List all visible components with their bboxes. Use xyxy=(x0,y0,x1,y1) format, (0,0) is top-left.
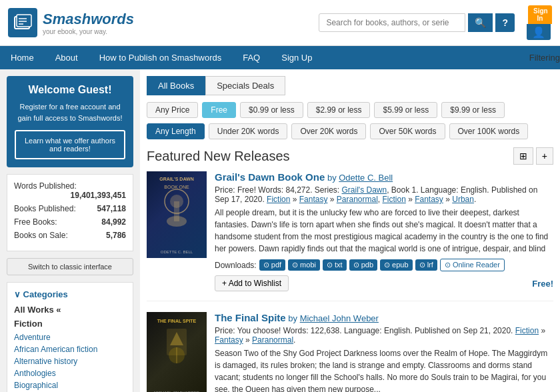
featured-title: Featured New Releases xyxy=(147,149,513,164)
all-works[interactable]: All Works « xyxy=(14,305,126,315)
filter-over-50k[interactable]: Over 50K words xyxy=(370,123,445,139)
free-value: 84,992 xyxy=(101,217,126,227)
categories-title[interactable]: ∨ Categories xyxy=(14,289,126,299)
cover1-series: GRAIL'S DAWN xyxy=(147,175,207,183)
book2-author: by Michael John Weber xyxy=(288,313,379,323)
signin-button[interactable]: Sign In xyxy=(528,5,552,24)
search-button[interactable]: 🔍 xyxy=(468,13,493,32)
book-entry: GRAIL'S DAWN BOOK ONE ODETTE C. BELL Gra… xyxy=(147,171,553,301)
filter-under-20k[interactable]: Under 20K words xyxy=(209,123,288,139)
books-label: Books Published: xyxy=(14,204,76,213)
filter-free[interactable]: Free xyxy=(202,102,236,118)
stats-box: Words Published: 19,401,393,451 Books Pu… xyxy=(7,174,133,251)
user-icon-button[interactable]: 👤 xyxy=(527,24,551,40)
add-to-wishlist-button-1[interactable]: + Add to Wishlist xyxy=(215,275,289,291)
download-row-1: Downloads: ⊙ pdf ⊙ mobi ⊙ txt ⊙ pdb ⊙ ep… xyxy=(215,259,553,271)
dl-online-reader[interactable]: ⊙ Online Reader xyxy=(440,259,505,271)
cover1-art xyxy=(157,185,197,231)
list-item[interactable]: Anthologies xyxy=(14,367,126,379)
dl-mobi[interactable]: ⊙ mobi xyxy=(288,259,320,271)
nav: Home About How to Publish on Smashwords … xyxy=(0,46,560,69)
words-label: Words Published: xyxy=(14,181,77,191)
sale-label: Books on Sale: xyxy=(14,231,68,240)
book2-info: The Final Spite by Michael John Weber Pr… xyxy=(215,312,553,392)
filtering-label[interactable]: Filtering xyxy=(529,53,560,63)
sidebar: Welcome Guest! Register for a free accou… xyxy=(0,69,140,392)
add-view-button[interactable]: + xyxy=(536,147,553,165)
svg-rect-1 xyxy=(17,15,31,27)
search-area: 🔍 ? Sign In 👤 xyxy=(319,5,552,40)
book-cover-1: GRAIL'S DAWN BOOK ONE ODETTE C. BELL xyxy=(147,171,207,258)
help-button[interactable]: ? xyxy=(495,13,515,32)
logo-subtitle: your ebook, your way. xyxy=(43,28,134,35)
fiction-title: Fiction xyxy=(14,319,126,329)
stat-books: Books Published: 547,118 xyxy=(14,204,126,215)
book2-meta: Price: You choose! Words: 122,638. Langu… xyxy=(215,326,553,345)
dl-epub[interactable]: ⊙ epub xyxy=(380,259,413,271)
tab-specials-deals[interactable]: Specials Deals xyxy=(205,76,285,95)
book2-title-link[interactable]: The Final Spite xyxy=(215,312,286,323)
welcome-text: Register for a free account and gain ful… xyxy=(15,101,125,123)
grid-view-button[interactable]: ⊞ xyxy=(513,147,533,165)
price-filter: Any Price Free $0.99 or less $2.99 or le… xyxy=(147,102,553,118)
dl-pdf[interactable]: ⊙ pdf xyxy=(259,259,285,271)
search-input[interactable] xyxy=(319,13,465,32)
filter-299[interactable]: $2.99 or less xyxy=(307,102,371,118)
free-label: Free Books: xyxy=(14,217,57,227)
user-icon: 👤 xyxy=(532,26,545,39)
learn-button[interactable]: Learn what we offer authors and readers! xyxy=(15,130,125,159)
logo-title: Smashwords xyxy=(43,11,134,28)
filter-over-20k[interactable]: Over 20K words xyxy=(291,123,366,139)
tab-all-books[interactable]: All Books xyxy=(147,76,205,95)
book1-price: Free! xyxy=(532,279,553,289)
book1-info: Grail's Dawn Book One by Odette C. Bell … xyxy=(215,171,553,291)
dl-lrf[interactable]: ⊙ lrf xyxy=(415,259,437,271)
nav-publish[interactable]: How to Publish on Smashwords xyxy=(89,46,233,69)
welcome-box: Welcome Guest! Register for a free accou… xyxy=(7,76,133,167)
list-item[interactable]: African American fiction xyxy=(14,343,126,355)
filter-over-100k[interactable]: Over 100K words xyxy=(449,123,529,139)
nav-home[interactable]: Home xyxy=(0,46,45,69)
switch-interface-button[interactable]: Switch to classic interface xyxy=(7,258,133,275)
dl-pdb[interactable]: ⊙ pdb xyxy=(349,259,377,271)
filter-any-length[interactable]: Any Length xyxy=(147,123,205,139)
categories-list: Adventure African American fiction Alter… xyxy=(14,331,126,392)
stat-words: Words Published: 19,401,393,451 xyxy=(14,181,126,202)
main-layout: Welcome Guest! Register for a free accou… xyxy=(0,69,560,392)
nav-signup[interactable]: Sign Up xyxy=(271,46,323,69)
nav-faq[interactable]: FAQ xyxy=(232,46,271,69)
logo-icon xyxy=(8,8,37,37)
svg-rect-8 xyxy=(174,201,179,221)
filter-999[interactable]: $9.99 or less xyxy=(441,102,505,118)
book1-author: by Odette C. Bell xyxy=(327,173,393,183)
logo-area: Smashwords your ebook, your way. xyxy=(8,8,319,37)
dl-txt[interactable]: ⊙ txt xyxy=(323,259,347,271)
downloads-label: Downloads: xyxy=(215,261,257,270)
categories-box: ∨ Categories All Works « Fiction Adventu… xyxy=(7,282,133,392)
list-item[interactable]: Adventure xyxy=(14,331,126,343)
book-entry-2: THE FINAL SPITE MICHAEL JOHN WEBER The F… xyxy=(147,312,553,392)
list-item[interactable]: Biographical xyxy=(14,379,126,391)
cover1-author: ODETTE C. BELL xyxy=(161,250,193,254)
book-tabs: All Books Specials Deals xyxy=(147,76,553,95)
book1-title-link[interactable]: Grail's Dawn Book One xyxy=(215,171,325,183)
filter-599[interactable]: $5.99 or less xyxy=(374,102,437,118)
logo-text-area: Smashwords your ebook, your way. xyxy=(43,11,134,35)
filter-any-price[interactable]: Any Price xyxy=(147,102,198,118)
content-area: All Books Specials Deals Any Price Free … xyxy=(140,69,560,392)
book1-desc: All people dream, but it is the unlucky … xyxy=(215,207,553,255)
length-filter: Any Length Under 20K words Over 20K word… xyxy=(147,123,553,139)
featured-header: Featured New Releases ⊞ + xyxy=(147,147,553,165)
stat-free: Free Books: 84,992 xyxy=(14,217,126,229)
search-icon: 🔍 xyxy=(475,17,486,28)
nav-about[interactable]: About xyxy=(45,46,89,69)
book1-meta: Price: Free! Words: 84,272. Series: Grai… xyxy=(215,185,553,204)
book-cover-2: THE FINAL SPITE MICHAEL JOHN WEBER xyxy=(147,312,207,392)
welcome-title: Welcome Guest! xyxy=(15,84,125,96)
book2-desc: Season Two of the Shy God Project Darkne… xyxy=(215,347,553,392)
list-item[interactable]: Alternative history xyxy=(14,355,126,367)
book1-action-row: + Add to Wishlist Free! xyxy=(215,275,553,291)
view-controls: ⊞ + xyxy=(513,147,553,165)
stat-sale: Books on Sale: 5,786 xyxy=(14,231,126,242)
filter-099[interactable]: $0.99 or less xyxy=(240,102,303,118)
